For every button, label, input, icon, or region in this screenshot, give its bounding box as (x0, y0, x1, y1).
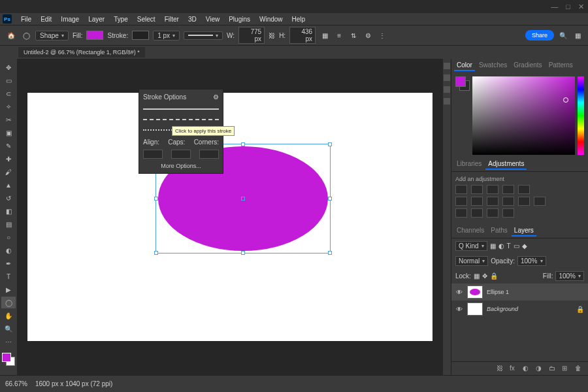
zoom-level[interactable]: 66.67% (5, 380, 27, 387)
menu-edit[interactable]: Edit (37, 14, 56, 24)
hand-tool-icon[interactable]: ✋ (1, 310, 16, 321)
resize-handle[interactable] (154, 251, 158, 255)
layer-thumb[interactable] (467, 302, 483, 316)
layer-filter-select[interactable]: Q Kind▾ (455, 241, 487, 251)
adj-invert-icon[interactable] (534, 197, 546, 206)
adj-bw-icon[interactable] (471, 197, 483, 206)
adj-posterize-icon[interactable] (455, 208, 467, 218)
color-fg-bg-swatch[interactable] (455, 76, 470, 91)
menu-layer[interactable]: Layer (84, 14, 108, 24)
lock-pixel-icon[interactable]: ▦ (474, 272, 480, 280)
fill-swatch[interactable] (86, 31, 103, 40)
dodge-tool-icon[interactable]: ◐ (1, 244, 16, 256)
stroke-dashed-option[interactable] (143, 115, 219, 124)
blur-tool-icon[interactable]: ○ (1, 231, 16, 243)
adj-exposure-icon[interactable] (502, 185, 514, 194)
stroke-type-select[interactable]: ▾ (184, 31, 223, 40)
path-ops-icon[interactable]: ▦ (319, 30, 330, 41)
blend-mode-select[interactable]: Normal▾ (455, 256, 488, 266)
tab-channels[interactable]: Channels (454, 225, 487, 237)
layer-fx-icon[interactable]: fx (510, 365, 519, 372)
tab-layers[interactable]: Layers (512, 225, 536, 237)
resize-handle[interactable] (154, 197, 158, 201)
marquee-tool-icon[interactable]: ▭ (1, 74, 16, 86)
adj-curves-icon[interactable] (487, 185, 498, 194)
canvas-area[interactable]: Stroke Options ⚙ Click to apply this str… (17, 59, 443, 375)
caps-select[interactable] (171, 150, 191, 159)
corners-select[interactable] (199, 150, 219, 159)
stamp-tool-icon[interactable]: ▲ (1, 179, 16, 191)
ellipse-tool-icon[interactable]: ◯ (1, 297, 16, 308)
layer-row[interactable]: 👁 Ellipse 1 (451, 284, 588, 301)
adj-threshold-icon[interactable] (471, 208, 483, 218)
eyedropper-tool-icon[interactable]: ✎ (1, 140, 16, 152)
height-input[interactable]: 436 px (289, 27, 316, 44)
adj-brightness-icon[interactable] (455, 185, 467, 194)
layer-mask-icon[interactable]: ◐ (523, 365, 532, 372)
width-input[interactable]: 775 px (238, 27, 265, 44)
layer-thumb[interactable] (467, 286, 483, 299)
minimize-button[interactable]: — (551, 3, 558, 10)
dock-icon[interactable] (444, 86, 450, 93)
lasso-tool-icon[interactable]: ⊂ (1, 88, 16, 99)
filter-smart-icon[interactable]: ◆ (522, 242, 527, 250)
new-layer-icon[interactable]: ⊞ (562, 365, 571, 372)
tab-gradients[interactable]: Gradients (511, 60, 544, 71)
foreground-background-swatch[interactable] (2, 353, 15, 366)
foreground-color[interactable] (2, 353, 11, 362)
adj-vibrance-icon[interactable] (518, 185, 530, 194)
new-adjust-icon[interactable]: ◑ (536, 365, 545, 372)
search-icon[interactable]: 🔍 (558, 30, 568, 41)
gear-icon[interactable]: ⚙ (363, 30, 373, 41)
menu-3d[interactable]: 3D (184, 14, 201, 24)
layer-row[interactable]: 👁 Background 🔒 (451, 301, 588, 318)
document-tab[interactable]: Untitled-2 @ 66.7% (Rectangle 1, RGB/8#)… (18, 47, 145, 57)
visibility-toggle-icon[interactable]: 👁 (455, 288, 463, 296)
eraser-tool-icon[interactable]: ◧ (1, 205, 16, 217)
adj-levels-icon[interactable] (471, 185, 483, 194)
pen-tool-icon[interactable]: ✒ (1, 257, 16, 269)
stroke-solid-option[interactable] (143, 105, 219, 114)
arrange-icon[interactable]: ⇅ (348, 30, 359, 41)
lock-pos-icon[interactable]: ✥ (482, 272, 487, 280)
delete-layer-icon[interactable]: 🗑 (575, 365, 584, 372)
layer-name[interactable]: Ellipse 1 (487, 289, 509, 295)
more-icon[interactable]: ⋮ (377, 30, 387, 41)
tab-patterns[interactable]: Patterns (546, 60, 576, 71)
resize-handle[interactable] (328, 197, 332, 201)
heal-tool-icon[interactable]: ✚ (1, 153, 16, 165)
shape-mode-select[interactable]: Shape▾ (35, 31, 69, 41)
saturation-brightness-picker[interactable] (472, 76, 575, 155)
edit-toolbar-icon[interactable]: ⋯ (1, 336, 16, 348)
adj-hue-icon[interactable] (455, 197, 467, 206)
resize-handle[interactable] (328, 251, 332, 255)
menu-window[interactable]: Window (255, 14, 287, 24)
filter-pixel-icon[interactable]: ▦ (490, 242, 496, 250)
history-brush-tool-icon[interactable]: ↺ (1, 192, 16, 204)
lock-all-icon[interactable]: 🔒 (490, 272, 498, 280)
new-group-icon[interactable]: 🗀 (549, 365, 558, 372)
path-select-tool-icon[interactable]: ▶ (1, 284, 16, 295)
adj-channel-mixer-icon[interactable] (502, 197, 514, 206)
menu-file[interactable]: File (17, 14, 35, 24)
share-button[interactable]: Share (525, 30, 554, 41)
layer-fill-input[interactable]: 100%▾ (555, 271, 584, 281)
align-select[interactable] (143, 150, 163, 159)
resize-handle[interactable] (328, 142, 332, 146)
link-icon[interactable]: ⛓ (269, 32, 275, 39)
menu-plugins[interactable]: Plugins (225, 14, 254, 24)
resize-handle[interactable] (241, 142, 245, 146)
menu-type[interactable]: Type (110, 14, 132, 24)
menu-view[interactable]: View (202, 14, 224, 24)
dock-icon[interactable] (444, 98, 450, 105)
adj-selective-icon[interactable] (502, 208, 514, 218)
tab-libraries[interactable]: Libraries (454, 159, 484, 170)
filter-type-icon[interactable]: T (507, 242, 511, 250)
wand-tool-icon[interactable]: ✧ (1, 101, 16, 112)
color-cursor-icon[interactable] (563, 97, 568, 103)
center-handle[interactable] (241, 197, 245, 201)
frame-tool-icon[interactable]: ▣ (1, 127, 16, 139)
workspace-icon[interactable]: ▦ (572, 30, 583, 41)
brush-tool-icon[interactable]: 🖌 (1, 166, 16, 178)
home-icon[interactable]: 🏠 (5, 29, 17, 41)
